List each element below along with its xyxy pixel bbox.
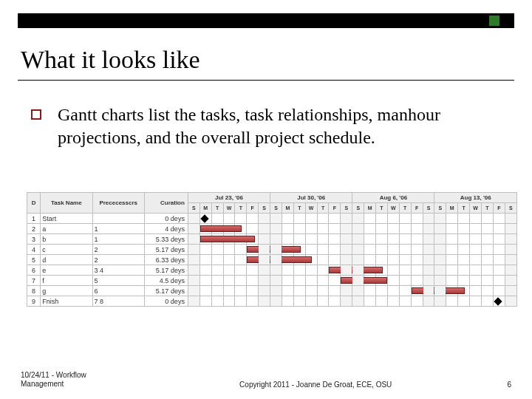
timeline-cell xyxy=(223,255,235,265)
timeline-cell xyxy=(364,214,376,224)
timeline-cell xyxy=(399,234,411,245)
cell-dur: 5.17 deys xyxy=(144,265,188,276)
table-row: 4c25.17 deys xyxy=(27,245,517,255)
week-header: Aug 13, '06 xyxy=(434,193,517,203)
timeline-cell xyxy=(235,265,247,276)
cell-task: g xyxy=(41,286,92,296)
timeline-cell xyxy=(270,224,282,234)
timeline-cell xyxy=(387,286,399,296)
timeline-cell xyxy=(411,265,423,276)
header-pred: Prececesscrs xyxy=(92,193,144,214)
timeline-cell xyxy=(200,276,211,286)
timeline-cell xyxy=(200,286,211,296)
timeline-cell xyxy=(247,214,259,224)
timeline-cell xyxy=(247,255,259,265)
timeline-cell xyxy=(481,214,493,224)
timeline-cell xyxy=(399,255,411,265)
timeline-cell xyxy=(259,286,270,296)
timeline-cell xyxy=(188,245,200,255)
timeline-cell xyxy=(270,265,282,276)
bullet-text: Gantt charts list the tasks, task relati… xyxy=(58,103,510,149)
timeline-cell xyxy=(399,296,411,307)
timeline-cell xyxy=(399,276,411,286)
timeline-cell xyxy=(341,265,352,276)
timeline-cell xyxy=(223,286,235,296)
cell-task: Fnish xyxy=(41,296,92,307)
timeline-cell xyxy=(458,224,470,234)
cell-pred: 3 4 xyxy=(92,265,144,276)
timeline-cell xyxy=(387,214,399,224)
timeline-cell xyxy=(282,265,293,276)
timeline-cell xyxy=(247,245,259,255)
timeline-cell xyxy=(282,234,293,245)
timeline-cell xyxy=(223,214,235,224)
timeline-cell xyxy=(458,265,470,276)
timeline-cell xyxy=(235,224,247,234)
timeline-cell xyxy=(305,214,317,224)
cell-task: c xyxy=(41,245,92,255)
week-header: Aug 6, '06 xyxy=(352,193,434,203)
timeline-cell xyxy=(364,245,376,255)
timeline-cell xyxy=(411,214,423,224)
timeline-cell xyxy=(470,255,482,265)
timeline-cell xyxy=(458,255,470,265)
timeline-cell xyxy=(317,276,329,286)
timeline-cell xyxy=(259,265,270,276)
timeline-cell xyxy=(376,234,388,245)
timeline-cell xyxy=(293,234,305,245)
timeline-cell xyxy=(493,255,505,265)
timeline-cell xyxy=(387,245,399,255)
timeline-cell xyxy=(411,224,423,234)
timeline-cell xyxy=(188,255,200,265)
timeline-cell xyxy=(247,296,259,307)
footer-left: 10/24/11 - Workflow Management xyxy=(21,371,124,389)
table-row: 3b15.33 deys xyxy=(27,234,517,245)
timeline-cell xyxy=(223,265,235,276)
timeline-cell xyxy=(493,224,505,234)
cell-pred: 1 xyxy=(92,234,144,245)
timeline-cell xyxy=(293,276,305,286)
cell-dur: 4 deys xyxy=(144,224,188,234)
timeline-cell xyxy=(387,276,399,286)
timeline-cell xyxy=(293,245,305,255)
timeline-cell xyxy=(329,255,341,265)
day-header: T xyxy=(235,203,247,214)
timeline-cell xyxy=(235,214,247,224)
timeline-cell xyxy=(235,286,247,296)
timeline-cell xyxy=(399,214,411,224)
timeline-cell xyxy=(376,255,388,265)
week-header: Jul 23, '06 xyxy=(188,193,270,203)
timeline-cell xyxy=(270,255,282,265)
timeline-cell xyxy=(259,214,270,224)
timeline-cell xyxy=(211,255,223,265)
timeline-cell xyxy=(423,234,434,245)
timeline-cell xyxy=(341,224,352,234)
cell-dur: 0 deys xyxy=(144,296,188,307)
timeline-cell xyxy=(493,276,505,286)
timeline-cell xyxy=(317,296,329,307)
timeline-cell xyxy=(305,286,317,296)
table-row: 8g65.17 deys xyxy=(27,286,517,296)
timeline-cell xyxy=(493,245,505,255)
timeline-cell xyxy=(399,245,411,255)
day-header: W xyxy=(387,203,399,214)
timeline-cell xyxy=(317,265,329,276)
day-header: T xyxy=(293,203,305,214)
timeline-cell xyxy=(188,265,200,276)
timeline-cell xyxy=(470,245,482,255)
timeline-cell xyxy=(223,245,235,255)
timeline-cell xyxy=(282,276,293,286)
cell-pred: 7 8 xyxy=(92,296,144,307)
timeline-cell xyxy=(399,286,411,296)
header-id: D xyxy=(27,193,41,214)
day-header: M xyxy=(200,203,211,214)
timeline-cell xyxy=(364,265,376,276)
timeline-cell xyxy=(387,234,399,245)
cell-id: 5 xyxy=(27,255,41,265)
day-header: S xyxy=(270,203,282,214)
cell-task: b xyxy=(41,234,92,245)
day-header: M xyxy=(282,203,293,214)
timeline-cell xyxy=(247,276,259,286)
timeline-cell xyxy=(376,296,388,307)
timeline-cell xyxy=(352,214,364,224)
